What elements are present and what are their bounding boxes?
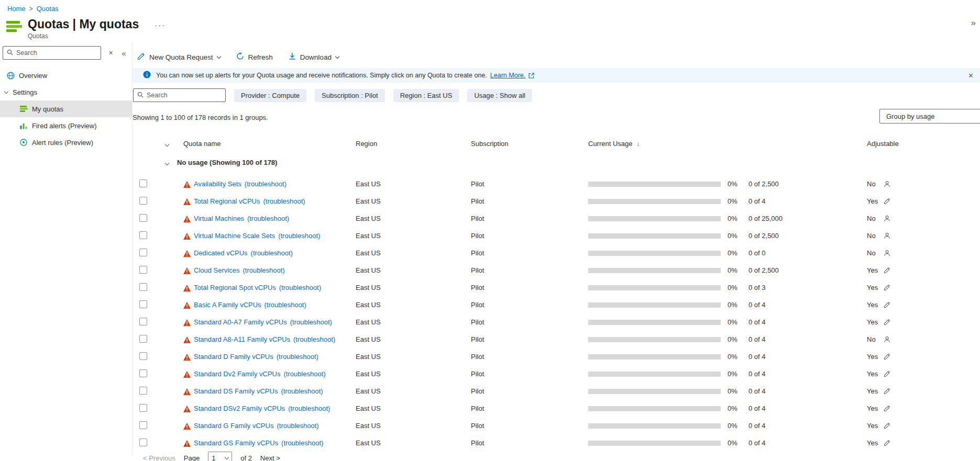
troubleshoot-link[interactable]: (troubleshoot) [278, 232, 320, 240]
expand-all-chevron-icon[interactable] [165, 142, 169, 146]
row-checkbox[interactable] [139, 438, 147, 446]
row-checkbox[interactable] [139, 283, 147, 291]
column-region[interactable]: Region [356, 140, 471, 148]
row-checkbox[interactable] [139, 421, 147, 429]
table-row[interactable]: Virtual Machine Scale Sets (troubleshoot… [133, 227, 980, 244]
troubleshoot-link[interactable]: (troubleshoot) [283, 370, 325, 378]
troubleshoot-link[interactable]: (troubleshoot) [243, 266, 284, 274]
troubleshoot-link[interactable]: (troubleshoot) [281, 439, 323, 447]
table-row[interactable]: Standard A0-A7 Family vCPUs (troubleshoo… [133, 313, 980, 331]
pencil-edit-icon[interactable] [884, 319, 890, 325]
quota-name-link[interactable]: Total Regional vCPUs [194, 197, 260, 205]
quota-search[interactable] [133, 88, 226, 102]
quota-name-link[interactable]: Standard A0-A7 Family vCPUs [194, 318, 287, 326]
table-row[interactable]: Total Regional vCPUs (troubleshoot) East… [133, 193, 980, 210]
pencil-edit-icon[interactable] [884, 388, 890, 395]
table-row[interactable]: Standard Dv2 Family vCPUs (troubleshoot)… [133, 365, 980, 383]
sidebar-search[interactable] [3, 46, 101, 60]
table-row[interactable]: Virtual Machines (troubleshoot) East US … [133, 210, 980, 227]
banner-close-icon[interactable]: ✕ [968, 72, 974, 80]
group-by-usage-dropdown[interactable]: Group by usage [879, 109, 980, 123]
pencil-edit-icon[interactable] [884, 284, 890, 291]
row-checkbox[interactable] [139, 404, 147, 412]
filter-pill[interactable]: Subscription : Pilot [315, 89, 385, 102]
learn-more-link[interactable]: Learn More. [490, 72, 525, 79]
sidebar-search-clear-icon[interactable]: ✕ [108, 50, 113, 57]
troubleshoot-link[interactable]: (troubleshoot) [279, 284, 321, 291]
support-request-icon[interactable] [884, 250, 890, 256]
troubleshoot-link[interactable]: (troubleshoot) [288, 404, 330, 412]
row-checkbox[interactable] [139, 318, 147, 325]
quota-name-link[interactable]: Standard D Family vCPUs [194, 353, 273, 361]
column-adjustable[interactable]: Adjustable [867, 140, 980, 148]
row-checkbox[interactable] [139, 197, 147, 205]
quota-name-link[interactable]: Standard DSv2 Family vCPUs [194, 404, 285, 412]
column-quota-name[interactable]: Quota name [183, 140, 356, 148]
group-header-row[interactable]: No usage (Showing 100 of 178) [133, 153, 980, 171]
row-checkbox[interactable] [139, 266, 147, 274]
table-row[interactable]: Standard A8-A11 Family vCPUs (troublesho… [133, 331, 980, 348]
sidebar-item-my-quotas[interactable]: My quotas [0, 100, 132, 117]
table-row[interactable]: Total Regional Spot vCPUs (troubleshoot)… [133, 279, 980, 296]
pencil-edit-icon[interactable] [884, 267, 890, 274]
more-menu-icon[interactable]: ··· [155, 20, 166, 29]
quota-search-input[interactable] [147, 92, 222, 99]
table-row[interactable]: Standard DSv2 Family vCPUs (troubleshoot… [133, 400, 980, 417]
sidebar-item-overview[interactable]: Overview [0, 67, 132, 84]
row-checkbox[interactable] [139, 214, 147, 222]
quota-name-link[interactable]: Standard G Family vCPUs [194, 422, 273, 430]
row-checkbox[interactable] [139, 387, 147, 395]
column-current-usage[interactable]: Current Usage ↓ [588, 140, 867, 148]
table-row[interactable]: Basic A Family vCPUs (troubleshoot) East… [133, 296, 980, 313]
troubleshoot-link[interactable]: (troubleshoot) [263, 197, 305, 205]
troubleshoot-link[interactable]: (troubleshoot) [247, 215, 289, 222]
sidebar-collapse-icon[interactable]: « [122, 49, 126, 58]
panel-expand-icon[interactable]: » [971, 18, 976, 28]
quota-name-link[interactable]: Dedicated vCPUs [194, 249, 248, 257]
troubleshoot-link[interactable]: (troubleshoot) [290, 318, 332, 326]
row-checkbox[interactable] [139, 179, 147, 187]
row-checkbox[interactable] [139, 352, 147, 360]
filter-pill[interactable]: Region : East US [393, 89, 459, 102]
row-checkbox[interactable] [139, 335, 147, 343]
quota-name-link[interactable]: Availability Sets [194, 180, 241, 188]
troubleshoot-link[interactable]: (troubleshoot) [277, 353, 318, 361]
quota-name-link[interactable]: Standard GS Family vCPUs [194, 439, 278, 447]
table-row[interactable]: Standard DS Family vCPUs (troubleshoot) … [133, 383, 980, 400]
troubleshoot-link[interactable]: (troubleshoot) [293, 335, 335, 343]
row-checkbox[interactable] [139, 231, 147, 239]
breadcrumb-home-link[interactable]: Home [7, 5, 26, 13]
pencil-edit-icon[interactable] [884, 353, 890, 360]
quota-name-link[interactable]: Total Regional Spot vCPUs [194, 284, 276, 291]
table-row[interactable]: Cloud Services (troubleshoot) East US Pi… [133, 262, 980, 279]
new-quota-request-button[interactable]: New Quota Request [137, 52, 221, 62]
row-checkbox[interactable] [139, 369, 147, 377]
pencil-edit-icon[interactable] [884, 422, 890, 429]
filter-pill[interactable]: Provider : Compute [234, 89, 306, 102]
troubleshoot-link[interactable]: (troubleshoot) [281, 387, 323, 395]
row-checkbox[interactable] [139, 249, 147, 256]
filter-pill[interactable]: Usage : Show all [467, 89, 532, 102]
quota-name-link[interactable]: Cloud Services [194, 266, 239, 274]
quota-name-link[interactable]: Basic A Family vCPUs [194, 301, 261, 309]
quota-name-link[interactable]: Standard A8-A11 Family vCPUs [194, 335, 290, 343]
pencil-edit-icon[interactable] [884, 370, 890, 377]
table-row[interactable]: Dedicated vCPUs (troubleshoot) East US P… [133, 244, 980, 262]
pencil-edit-icon[interactable] [884, 405, 890, 412]
refresh-button[interactable]: Refresh [236, 52, 273, 62]
troubleshoot-link[interactable]: (troubleshoot) [277, 422, 318, 430]
row-checkbox[interactable] [139, 300, 147, 308]
table-row[interactable]: Availability Sets (troubleshoot) East US… [133, 175, 980, 193]
quota-name-link[interactable]: Standard DS Family vCPUs [194, 387, 278, 395]
page-number-select[interactable]: 1 [208, 452, 232, 461]
breadcrumb-quotas-link[interactable]: Quotas [37, 5, 59, 13]
pencil-edit-icon[interactable] [884, 198, 890, 205]
troubleshoot-link[interactable]: (troubleshoot) [251, 249, 293, 257]
quota-name-link[interactable]: Standard Dv2 Family vCPUs [194, 370, 280, 378]
troubleshoot-link[interactable]: (troubleshoot) [265, 301, 306, 309]
troubleshoot-link[interactable]: (troubleshoot) [245, 180, 287, 188]
sidebar-item-settings[interactable]: Settings [0, 84, 132, 100]
sidebar-item-fired-alerts[interactable]: Fired alerts (Preview) [0, 117, 132, 134]
download-button[interactable]: Download [289, 52, 339, 62]
table-row[interactable]: Standard GS Family vCPUs (troubleshoot) … [133, 434, 980, 452]
